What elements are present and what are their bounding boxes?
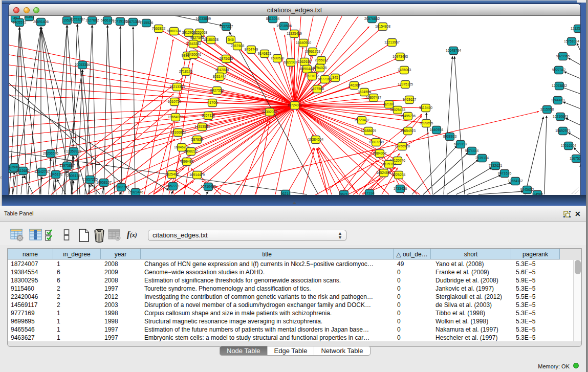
svg-text:1010754: 1010754 — [168, 100, 182, 103]
svg-text:41700: 41700 — [208, 101, 217, 104]
svg-text:1345192: 1345192 — [49, 172, 63, 176]
svg-text:6322037: 6322037 — [284, 60, 298, 64]
svg-text:20206576: 20206576 — [43, 151, 58, 155]
svg-text:7625402: 7625402 — [165, 172, 179, 176]
svg-text:14524851: 14524851 — [376, 171, 391, 174]
svg-text:23302035: 23302035 — [262, 110, 277, 114]
svg-text:1244419: 1244419 — [551, 98, 565, 102]
svg-text:9457771: 9457771 — [166, 184, 180, 188]
svg-text:3267110: 3267110 — [202, 114, 215, 117]
svg-text:18807249: 18807249 — [368, 140, 384, 144]
svg-text:19654923: 19654923 — [400, 129, 416, 133]
svg-text:12923446: 12923446 — [128, 190, 143, 194]
svg-text:1640954: 1640954 — [430, 128, 444, 132]
svg-text:1115682: 1115682 — [16, 169, 30, 172]
svg-text:14353594: 14353594 — [194, 125, 210, 128]
svg-text:1621072: 1621072 — [306, 74, 319, 78]
svg-text:9777169: 9777169 — [318, 77, 332, 81]
svg-text:62160: 62160 — [384, 102, 394, 106]
svg-text:12213363: 12213363 — [169, 85, 185, 89]
svg-text:8938923: 8938923 — [443, 135, 457, 138]
svg-text:17359928: 17359928 — [66, 149, 81, 153]
svg-text:12342757: 12342757 — [34, 170, 50, 173]
svg-text:20691406: 20691406 — [33, 20, 49, 24]
svg-text:2935114: 2935114 — [475, 156, 489, 160]
svg-text:10958107: 10958107 — [96, 181, 112, 184]
svg-text:15751034: 15751034 — [564, 39, 579, 43]
svg-text:10653287: 10653287 — [70, 17, 85, 21]
svg-text:6497568: 6497568 — [311, 87, 324, 91]
svg-text:2718176: 2718176 — [179, 70, 193, 73]
svg-text:9329965: 9329965 — [556, 54, 570, 58]
svg-text:5875685: 5875685 — [220, 57, 233, 60]
svg-text:10756928: 10756928 — [395, 144, 410, 148]
svg-text:9242848: 9242848 — [215, 68, 229, 72]
svg-text:7663822: 7663822 — [152, 27, 166, 30]
svg-text:15720407: 15720407 — [354, 118, 369, 122]
svg-text:17334: 17334 — [365, 191, 375, 195]
svg-text:19495796: 19495796 — [400, 114, 416, 118]
svg-text:6794028: 6794028 — [313, 66, 327, 70]
svg-text:10688609: 10688609 — [361, 129, 376, 133]
svg-text:20053346: 20053346 — [75, 63, 90, 67]
svg-text:17016504: 17016504 — [561, 144, 576, 147]
svg-text:9474444: 9474444 — [465, 149, 479, 152]
svg-text:12213967: 12213967 — [384, 40, 400, 44]
svg-text:11325419: 11325419 — [287, 32, 302, 35]
svg-text:18724007: 18724007 — [287, 103, 302, 107]
svg-text:20876862: 20876862 — [364, 17, 380, 20]
svg-text:7832621: 7832621 — [489, 164, 503, 167]
svg-text:3498222: 3498222 — [184, 149, 198, 153]
svg-text:2505135: 2505135 — [67, 174, 81, 178]
svg-text:746266: 746266 — [349, 83, 360, 87]
svg-text:9146821: 9146821 — [258, 52, 272, 55]
svg-text:18186328: 18186328 — [203, 38, 219, 41]
svg-text:9227342: 9227342 — [552, 68, 566, 72]
svg-text:15710485: 15710485 — [201, 185, 216, 188]
svg-text:9463627: 9463627 — [403, 98, 417, 101]
svg-text:16782759: 16782759 — [114, 185, 129, 189]
svg-text:7955812: 7955812 — [315, 58, 329, 62]
svg-text:7515526: 7515526 — [140, 21, 154, 25]
svg-text:6879197: 6879197 — [454, 142, 468, 146]
svg-text:1588520: 1588520 — [271, 56, 285, 60]
svg-text:9660124: 9660124 — [167, 29, 181, 33]
svg-text:20391: 20391 — [25, 16, 34, 18]
svg-text:7357227: 7357227 — [220, 25, 233, 28]
svg-text:1167534: 1167534 — [570, 157, 580, 160]
svg-text:8427552: 8427552 — [210, 89, 224, 92]
svg-text:16914479: 16914479 — [189, 173, 205, 177]
svg-text:17957225: 17957225 — [82, 178, 98, 181]
svg-text:15692971: 15692971 — [555, 129, 571, 133]
svg-text:345: 345 — [332, 76, 338, 79]
svg-text:16210643: 16210643 — [553, 115, 568, 118]
svg-text:8813054: 8813054 — [266, 17, 280, 20]
svg-text:16033809: 16033809 — [195, 17, 211, 20]
svg-text:12375125: 12375125 — [398, 82, 413, 86]
svg-text:19654933: 19654933 — [168, 115, 183, 119]
svg-text:1733426: 1733426 — [394, 187, 407, 190]
svg-text:9115460: 9115460 — [419, 106, 432, 110]
svg-text:5225234: 5225234 — [392, 173, 406, 177]
svg-text:10025433: 10025433 — [390, 108, 405, 112]
svg-text:8031444: 8031444 — [213, 75, 227, 78]
svg-text:10654112: 10654112 — [508, 179, 523, 183]
svg-text:9699695: 9699695 — [420, 121, 433, 125]
svg-text:9245652: 9245652 — [520, 188, 534, 191]
svg-text:16154808: 16154808 — [375, 25, 390, 28]
svg-text:16543382: 16543382 — [186, 42, 201, 46]
svg-text:3624554: 3624554 — [358, 90, 372, 94]
svg-text:1615112: 1615112 — [382, 162, 396, 166]
svg-text:8471626: 8471626 — [498, 171, 512, 175]
svg-text:1562615: 1562615 — [298, 60, 312, 63]
svg-text:7485063: 7485063 — [398, 68, 411, 72]
svg-text:9327505: 9327505 — [190, 36, 204, 39]
svg-text:10961753: 10961753 — [305, 50, 320, 53]
svg-text:19218506: 19218506 — [276, 24, 292, 28]
svg-text:16648784: 16648784 — [446, 49, 461, 52]
svg-text:3215958: 3215958 — [540, 107, 554, 111]
svg-text:1527602: 1527602 — [85, 18, 99, 22]
svg-text:8454749: 8454749 — [245, 48, 258, 51]
svg-text:10807487: 10807487 — [366, 96, 381, 99]
svg-text:19166822: 19166822 — [170, 130, 186, 134]
